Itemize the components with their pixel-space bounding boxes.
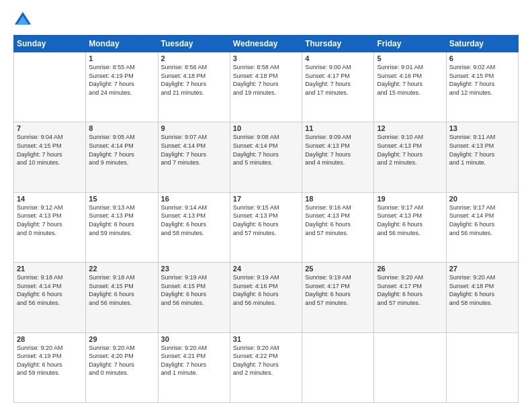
weekday-header-friday: Friday [374,36,446,52]
calendar-table: SundayMondayTuesdayWednesdayThursdayFrid… [13,35,519,403]
day-number: 21 [17,265,83,273]
day-info: Sunrise: 9:15 AM Sunset: 4:13 PM Dayligh… [233,203,299,237]
calendar-cell: 23Sunrise: 9:19 AM Sunset: 4:15 PM Dayli… [158,263,230,332]
calendar-cell: 20Sunrise: 9:17 AM Sunset: 4:14 PM Dayli… [446,192,518,262]
day-info: Sunrise: 9:02 AM Sunset: 4:15 PM Dayligh… [449,63,515,97]
day-info: Sunrise: 9:17 AM Sunset: 4:14 PM Dayligh… [449,203,515,237]
calendar-cell [374,332,446,402]
day-number: 27 [449,265,515,273]
day-number: 3 [233,54,299,62]
day-number: 31 [233,335,299,343]
day-number: 10 [233,124,299,132]
calendar-cell: 30Sunrise: 9:20 AM Sunset: 4:21 PM Dayli… [158,332,230,402]
calendar-cell: 18Sunrise: 9:16 AM Sunset: 4:13 PM Dayli… [302,192,374,262]
day-info: Sunrise: 9:20 AM Sunset: 4:21 PM Dayligh… [161,344,227,377]
day-info: Sunrise: 9:18 AM Sunset: 4:14 PM Dayligh… [17,273,83,307]
day-number: 24 [233,265,299,273]
day-info: Sunrise: 9:16 AM Sunset: 4:13 PM Dayligh… [305,203,371,237]
calendar-cell: 24Sunrise: 9:19 AM Sunset: 4:16 PM Dayli… [230,263,302,332]
day-info: Sunrise: 9:20 AM Sunset: 4:22 PM Dayligh… [233,344,299,377]
calendar-cell: 8Sunrise: 9:05 AM Sunset: 4:14 PM Daylig… [86,122,158,192]
page: SundayMondayTuesdayWednesdayThursdayFrid… [0,0,532,411]
week-row-3: 14Sunrise: 9:12 AM Sunset: 4:13 PM Dayli… [14,192,519,262]
calendar-cell: 11Sunrise: 9:09 AM Sunset: 4:13 PM Dayli… [302,122,374,192]
calendar-cell: 25Sunrise: 9:19 AM Sunset: 4:17 PM Dayli… [302,263,374,332]
day-number: 8 [89,124,154,132]
weekday-header-saturday: Saturday [446,36,518,52]
day-info: Sunrise: 9:05 AM Sunset: 4:14 PM Dayligh… [89,133,154,167]
calendar-cell: 7Sunrise: 9:04 AM Sunset: 4:15 PM Daylig… [14,122,86,192]
day-info: Sunrise: 9:18 AM Sunset: 4:15 PM Dayligh… [89,273,154,307]
day-info: Sunrise: 9:07 AM Sunset: 4:14 PM Dayligh… [161,133,227,167]
day-info: Sunrise: 9:20 AM Sunset: 4:20 PM Dayligh… [89,344,154,377]
day-number: 13 [449,124,515,132]
day-number: 16 [161,195,227,203]
calendar-cell: 1Sunrise: 8:55 AM Sunset: 4:19 PM Daylig… [86,52,158,122]
weekday-header-monday: Monday [86,36,158,52]
calendar-cell: 21Sunrise: 9:18 AM Sunset: 4:14 PM Dayli… [14,263,86,332]
day-number: 9 [161,124,227,132]
day-number: 28 [17,335,83,343]
day-number: 22 [89,265,154,273]
calendar-cell: 22Sunrise: 9:18 AM Sunset: 4:15 PM Dayli… [86,263,158,332]
calendar-cell: 28Sunrise: 9:20 AM Sunset: 4:19 PM Dayli… [14,332,86,402]
calendar-cell: 6Sunrise: 9:02 AM Sunset: 4:15 PM Daylig… [446,52,518,122]
day-number: 6 [449,54,515,62]
logo-icon [13,11,32,30]
day-info: Sunrise: 9:12 AM Sunset: 4:13 PM Dayligh… [17,203,83,237]
day-number: 25 [305,265,371,273]
calendar-cell: 13Sunrise: 9:11 AM Sunset: 4:13 PM Dayli… [446,122,518,192]
day-info: Sunrise: 9:20 AM Sunset: 4:18 PM Dayligh… [449,273,515,307]
calendar-cell: 31Sunrise: 9:20 AM Sunset: 4:22 PM Dayli… [230,332,302,402]
day-number: 23 [161,265,227,273]
week-row-1: 1Sunrise: 8:55 AM Sunset: 4:19 PM Daylig… [14,52,519,122]
calendar-cell: 14Sunrise: 9:12 AM Sunset: 4:13 PM Dayli… [14,192,86,262]
day-number: 20 [449,195,515,203]
day-info: Sunrise: 9:17 AM Sunset: 4:13 PM Dayligh… [377,203,443,237]
day-info: Sunrise: 9:13 AM Sunset: 4:13 PM Dayligh… [89,203,154,237]
day-info: Sunrise: 9:11 AM Sunset: 4:13 PM Dayligh… [449,133,515,167]
calendar-cell: 16Sunrise: 9:14 AM Sunset: 4:13 PM Dayli… [158,192,230,262]
calendar-cell: 9Sunrise: 9:07 AM Sunset: 4:14 PM Daylig… [158,122,230,192]
calendar-cell: 10Sunrise: 9:08 AM Sunset: 4:14 PM Dayli… [230,122,302,192]
day-info: Sunrise: 8:55 AM Sunset: 4:19 PM Dayligh… [89,63,154,97]
weekday-header-thursday: Thursday [302,36,374,52]
day-number: 30 [161,335,227,343]
day-number: 11 [305,124,371,132]
calendar-cell [446,332,518,402]
calendar-cell: 5Sunrise: 9:01 AM Sunset: 4:16 PM Daylig… [374,52,446,122]
day-info: Sunrise: 9:20 AM Sunset: 4:17 PM Dayligh… [377,273,443,307]
day-info: Sunrise: 9:10 AM Sunset: 4:13 PM Dayligh… [377,133,443,167]
day-info: Sunrise: 8:56 AM Sunset: 4:18 PM Dayligh… [161,63,227,97]
calendar-cell: 15Sunrise: 9:13 AM Sunset: 4:13 PM Dayli… [86,192,158,262]
weekday-header-tuesday: Tuesday [158,36,230,52]
day-info: Sunrise: 9:04 AM Sunset: 4:15 PM Dayligh… [17,133,83,167]
calendar-cell: 4Sunrise: 9:00 AM Sunset: 4:17 PM Daylig… [302,52,374,122]
week-row-2: 7Sunrise: 9:04 AM Sunset: 4:15 PM Daylig… [14,122,519,192]
calendar-cell: 26Sunrise: 9:20 AM Sunset: 4:17 PM Dayli… [374,263,446,332]
day-number: 12 [377,124,443,132]
calendar-cell: 17Sunrise: 9:15 AM Sunset: 4:13 PM Dayli… [230,192,302,262]
day-info: Sunrise: 9:19 AM Sunset: 4:15 PM Dayligh… [161,273,227,307]
header [13,11,519,30]
day-number: 1 [89,54,154,62]
day-info: Sunrise: 9:20 AM Sunset: 4:19 PM Dayligh… [17,344,83,377]
day-info: Sunrise: 9:19 AM Sunset: 4:16 PM Dayligh… [233,273,299,307]
weekday-header-sunday: Sunday [14,36,86,52]
weekday-header-wednesday: Wednesday [230,36,302,52]
day-number: 29 [89,335,154,343]
calendar-cell: 2Sunrise: 8:56 AM Sunset: 4:18 PM Daylig… [158,52,230,122]
day-number: 26 [377,265,443,273]
calendar-cell: 12Sunrise: 9:10 AM Sunset: 4:13 PM Dayli… [374,122,446,192]
week-row-4: 21Sunrise: 9:18 AM Sunset: 4:14 PM Dayli… [14,263,519,332]
day-info: Sunrise: 9:08 AM Sunset: 4:14 PM Dayligh… [233,133,299,167]
day-number: 7 [17,124,83,132]
day-number: 14 [17,195,83,203]
day-info: Sunrise: 9:19 AM Sunset: 4:17 PM Dayligh… [305,273,371,307]
calendar-cell: 27Sunrise: 9:20 AM Sunset: 4:18 PM Dayli… [446,263,518,332]
day-info: Sunrise: 9:14 AM Sunset: 4:13 PM Dayligh… [161,203,227,237]
calendar-cell: 19Sunrise: 9:17 AM Sunset: 4:13 PM Dayli… [374,192,446,262]
day-number: 17 [233,195,299,203]
day-number: 18 [305,195,371,203]
weekday-header-row: SundayMondayTuesdayWednesdayThursdayFrid… [14,36,519,52]
